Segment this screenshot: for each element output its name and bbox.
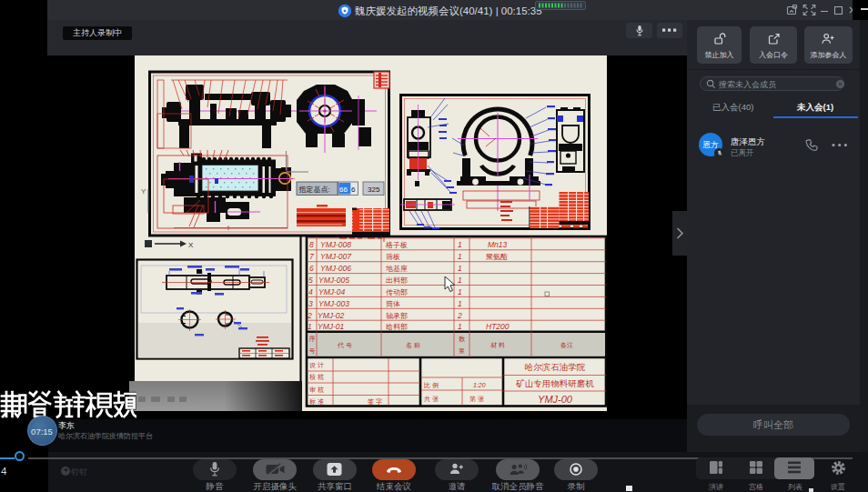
svg-text:数: 数	[459, 336, 466, 342]
svg-text:审 核: 审 核	[309, 387, 324, 394]
svg-text:YMJ-008: YMJ-008	[320, 240, 351, 249]
svg-text:8: 8	[309, 240, 314, 249]
svg-text:7: 7	[309, 252, 314, 261]
svg-text:备注: 备注	[560, 341, 573, 349]
svg-text:给料部: 给料部	[386, 323, 408, 331]
svg-text:1: 1	[458, 299, 462, 308]
svg-text:号: 号	[309, 347, 316, 354]
svg-text:筛板: 筛板	[386, 253, 400, 261]
svg-text:聚氨酯: 聚氨酯	[486, 253, 508, 261]
svg-text:1: 1	[308, 322, 312, 331]
svg-text:第 张: 第 张	[469, 396, 484, 403]
svg-text:5: 5	[308, 276, 313, 285]
svg-text:轴承部: 轴承部	[386, 312, 408, 320]
svg-text:名 称: 名 称	[406, 342, 420, 349]
svg-text:序: 序	[309, 336, 316, 342]
svg-text:矿山专用物料研磨机: 矿山专用物料研磨机	[515, 378, 594, 388]
svg-text:哈尔滨石油学院: 哈尔滨石油学院	[525, 362, 586, 372]
svg-text:YMJ-007: YMJ-007	[320, 252, 351, 261]
svg-text:比 例: 比 例	[424, 382, 439, 389]
svg-text:1: 1	[458, 276, 462, 285]
svg-text:指定基点:: 指定基点:	[298, 186, 330, 194]
svg-text:格子板: 格子板	[385, 241, 408, 249]
svg-text:代 号: 代 号	[337, 342, 352, 348]
svg-text:设 计: 设 计	[309, 362, 324, 368]
svg-text:1: 1	[458, 240, 462, 249]
svg-text:YMJ-003: YMJ-003	[318, 299, 349, 308]
svg-text:YMJ-04: YMJ-04	[318, 287, 346, 296]
svg-text:出料部: 出料部	[386, 276, 408, 285]
svg-text:共 张: 共 张	[424, 396, 439, 403]
svg-text:Y: Y	[141, 187, 146, 196]
svg-text:地基座: 地基座	[385, 265, 408, 273]
svg-text:HT200: HT200	[486, 322, 510, 331]
svg-text:X: X	[188, 241, 194, 249]
svg-text:YMJ-02: YMJ-02	[318, 311, 345, 320]
svg-text:2: 2	[457, 311, 462, 320]
svg-text:YMJ-01: YMJ-01	[318, 322, 345, 331]
svg-text:3: 3	[308, 299, 313, 308]
svg-text:1: 1	[458, 287, 462, 296]
svg-text:6: 6	[351, 186, 356, 194]
svg-text:标 准: 标 准	[308, 398, 324, 406]
svg-text:6: 6	[309, 264, 314, 273]
svg-text:YMJ-005: YMJ-005	[318, 276, 349, 285]
svg-text:1: 1	[458, 264, 462, 273]
svg-text:1: 1	[458, 252, 462, 261]
svg-text:325: 325	[368, 186, 380, 194]
svg-text:YMJ-00: YMJ-00	[538, 394, 573, 405]
svg-text:传动部: 传动部	[386, 288, 408, 296]
svg-text:材 料: 材 料	[490, 342, 505, 349]
svg-text:签 字: 签 字	[368, 398, 382, 405]
svg-text:YMJ-006: YMJ-006	[320, 264, 351, 273]
svg-text:Mn13: Mn13	[488, 240, 508, 249]
svg-text:1: 1	[458, 322, 462, 331]
svg-text:1:20: 1:20	[473, 382, 486, 388]
svg-text:筒体: 筒体	[386, 300, 400, 308]
svg-text:66: 66	[339, 186, 348, 194]
svg-text:4: 4	[308, 287, 313, 296]
svg-text:2: 2	[307, 311, 312, 320]
svg-text:量: 量	[459, 347, 465, 354]
svg-text:校 核: 校 核	[308, 374, 324, 381]
